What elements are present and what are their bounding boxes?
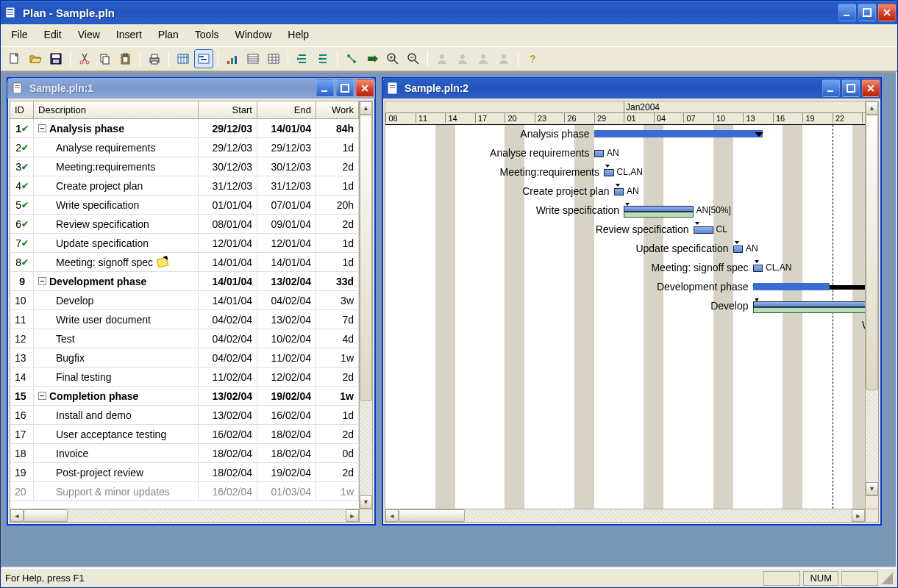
save-button[interactable] bbox=[46, 49, 65, 68]
gantt-row[interactable]: Post-project reviewCL,A bbox=[385, 469, 865, 488]
task-row[interactable]: 20Support & minor updates16/02/0401/03/0… bbox=[10, 482, 359, 501]
gantt-scroll-down[interactable]: ▼ bbox=[866, 482, 878, 495]
child2-close-button[interactable] bbox=[862, 79, 880, 97]
copy-button[interactable] bbox=[96, 49, 115, 68]
help-button[interactable]: ? bbox=[523, 49, 542, 68]
gantt-row[interactable]: User acceptance testingCL bbox=[385, 431, 865, 450]
new-button[interactable] bbox=[5, 49, 24, 68]
gantt-bar[interactable] bbox=[753, 265, 763, 272]
gantt-row[interactable]: Completion phase bbox=[385, 392, 865, 412]
gantt-hscrollbar[interactable]: ◄ ► bbox=[385, 509, 878, 522]
child1-minimize-button[interactable] bbox=[316, 79, 334, 97]
gantt-row[interactable]: Meeting: signoff specCL,AN bbox=[385, 259, 865, 278]
gantt-row[interactable]: DevelopD1 bbox=[385, 297, 865, 316]
task-row[interactable]: 7✔Update specification12/01/0412/01/041d bbox=[10, 234, 359, 253]
gantt-bar[interactable] bbox=[604, 169, 614, 176]
menu-window[interactable]: Window bbox=[228, 26, 279, 43]
menu-plan[interactable]: Plan bbox=[151, 26, 186, 43]
task-row[interactable]: 9−Development phase14/01/0413/02/0433d bbox=[10, 272, 359, 291]
collapse-icon[interactable]: − bbox=[38, 124, 46, 132]
task-row[interactable]: 3✔Meeting:requirements30/12/0330/12/032d bbox=[10, 157, 359, 176]
gantt-row[interactable]: BugfixD1 bbox=[385, 354, 865, 373]
task-row[interactable]: 1✔−Analysis phase29/12/0314/01/0484h bbox=[10, 119, 359, 138]
task-row[interactable]: 6✔Review specification08/01/0409/01/042d bbox=[10, 215, 359, 234]
resize-grip-icon[interactable] bbox=[881, 573, 893, 584]
menu-file[interactable]: File bbox=[4, 26, 35, 43]
gantt-row[interactable]: Review specificationCL bbox=[385, 220, 865, 240]
task-row[interactable]: 17User acceptance testing16/02/0418/02/0… bbox=[10, 425, 359, 444]
zoom-in-button[interactable] bbox=[383, 49, 402, 68]
task-row[interactable]: 19Post-project review18/02/0419/02/042d bbox=[10, 463, 359, 482]
resource3-button[interactable] bbox=[474, 49, 493, 68]
resource4-button[interactable] bbox=[494, 49, 513, 68]
cut-button[interactable] bbox=[75, 49, 94, 68]
gantt-row[interactable]: Analyse requirementsAN bbox=[385, 144, 865, 163]
gantt-bar[interactable] bbox=[694, 226, 713, 234]
scroll-up-button[interactable]: ▲ bbox=[360, 101, 372, 115]
column-end[interactable]: End bbox=[257, 101, 316, 118]
gantt-row[interactable]: Write user documentW1 bbox=[385, 316, 865, 335]
menu-help[interactable]: Help bbox=[280, 26, 316, 43]
gantt-row[interactable]: Analysis phase bbox=[385, 125, 865, 144]
chart-button[interactable] bbox=[223, 49, 242, 68]
paste-button[interactable] bbox=[116, 49, 135, 68]
child1-titlebar[interactable]: Sample.pln:1 bbox=[7, 78, 375, 98]
task-row[interactable]: 2✔Analyse requirements29/12/0329/12/031d bbox=[10, 138, 359, 157]
task-row[interactable]: 11Write user document04/02/0413/02/047d bbox=[10, 310, 359, 329]
collapse-icon[interactable]: − bbox=[38, 277, 46, 285]
collapse-icon[interactable]: − bbox=[38, 392, 46, 400]
gantt-view-button[interactable] bbox=[194, 49, 213, 68]
gantt-row[interactable]: Invoice18/02 bbox=[385, 450, 865, 469]
scroll-left-button[interactable]: ◄ bbox=[10, 509, 24, 522]
gantt-bar[interactable] bbox=[614, 188, 624, 196]
link-button[interactable] bbox=[342, 49, 361, 68]
gantt-summary-bar[interactable] bbox=[594, 132, 763, 137]
task-row[interactable]: 5✔Write specification01/01/0407/01/0420h bbox=[10, 196, 359, 215]
child-window-1[interactable]: Sample.pln:1 ID Description Start bbox=[7, 77, 376, 526]
task-row[interactable]: 14Final testing11/02/0412/02/042d bbox=[10, 368, 359, 387]
gantt-row[interactable]: TestD2 bbox=[385, 335, 865, 354]
child1-maximize-button[interactable] bbox=[336, 79, 354, 97]
column-start[interactable]: Start bbox=[199, 101, 257, 118]
child1-close-button[interactable] bbox=[356, 79, 374, 97]
main-minimize-button[interactable] bbox=[838, 4, 856, 21]
main-close-button[interactable] bbox=[878, 4, 896, 21]
gantt-row[interactable]: Final testingD2,D1 bbox=[385, 373, 865, 392]
menu-tools[interactable]: Tools bbox=[188, 26, 227, 43]
scroll-right-button[interactable]: ► bbox=[346, 509, 359, 522]
gantt-row[interactable]: Install and demoAN bbox=[385, 412, 865, 431]
task-row[interactable]: 18Invoice18/02/0418/02/040d bbox=[10, 444, 359, 463]
child2-minimize-button[interactable] bbox=[822, 79, 840, 97]
main-titlebar[interactable]: Plan - Sample.pln bbox=[1, 1, 897, 24]
task-row[interactable]: 15−Completion phase13/02/0419/02/041w bbox=[10, 387, 359, 406]
scroll-down-button[interactable]: ▼ bbox=[360, 495, 372, 509]
menu-edit[interactable]: Edit bbox=[37, 26, 69, 43]
child-window-2[interactable]: Sample.pln:2 Jan2004Feb 0811141720232629… bbox=[382, 77, 882, 526]
grid-view-button[interactable] bbox=[264, 49, 283, 68]
gantt-chart[interactable]: Jan2004Feb 08111417202326290104071013161… bbox=[385, 101, 865, 509]
gantt-row[interactable]: Development phase bbox=[385, 278, 865, 297]
gantt-scroll-left[interactable]: ◄ bbox=[385, 509, 399, 522]
gantt-bar[interactable] bbox=[733, 245, 744, 253]
zoom-out-button[interactable] bbox=[404, 49, 423, 68]
gantt-bar[interactable] bbox=[594, 150, 605, 157]
gantt-scroll-right[interactable]: ► bbox=[852, 509, 865, 522]
menu-insert[interactable]: Insert bbox=[109, 26, 149, 43]
task-row[interactable]: 8✔Meeting: signoff spec14/01/0414/01/041… bbox=[10, 253, 359, 272]
gantt-vscrollbar[interactable]: ▲ ▼ bbox=[865, 101, 878, 509]
menu-view[interactable]: View bbox=[71, 26, 107, 43]
goto-button[interactable] bbox=[363, 49, 382, 68]
indent-button[interactable] bbox=[293, 49, 312, 68]
print-button[interactable] bbox=[145, 49, 164, 68]
gantt-row[interactable]: Create project planAN bbox=[385, 182, 865, 201]
column-work[interactable]: Work bbox=[316, 101, 359, 118]
column-desc[interactable]: Description bbox=[34, 101, 199, 118]
task-vscrollbar[interactable]: ▲ ▼ bbox=[359, 101, 372, 522]
gantt-bar[interactable] bbox=[624, 206, 694, 212]
calendar-button[interactable] bbox=[174, 49, 193, 68]
task-row[interactable]: 12Test04/02/0410/02/044d bbox=[10, 329, 359, 348]
gantt-row[interactable]: Meeting:requirementsCL,AN bbox=[385, 163, 865, 182]
resource2-button[interactable] bbox=[453, 49, 472, 68]
resource1-button[interactable] bbox=[432, 49, 452, 68]
task-row[interactable]: 10Develop14/01/0404/02/043w bbox=[10, 291, 359, 310]
